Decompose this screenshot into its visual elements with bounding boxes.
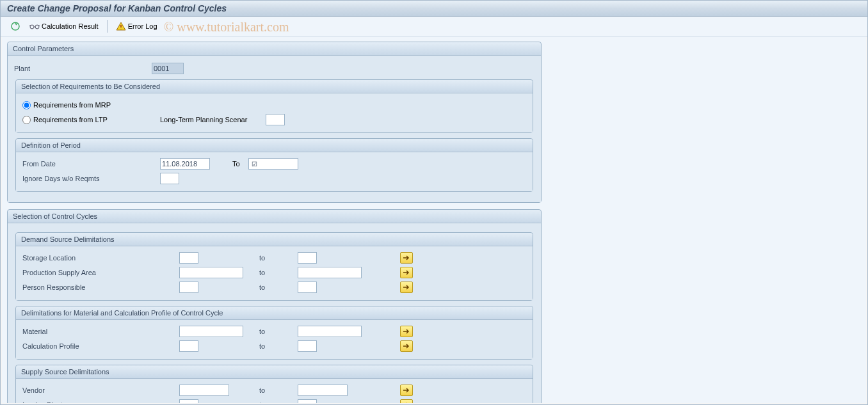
to-label: to xyxy=(259,401,298,403)
multiple-selection-button[interactable] xyxy=(400,340,413,352)
to-label: to xyxy=(259,283,298,291)
select-option-row: Issuing Plantto xyxy=(22,398,526,403)
ignore-days-label: Ignore Days w/o Reqmts xyxy=(22,175,160,182)
to-input[interactable] xyxy=(298,385,348,396)
multiple-selection-button[interactable] xyxy=(400,326,413,337)
arrow-right-icon xyxy=(403,387,410,393)
group-selection-requirements: Selection of Requirements to Be Consider… xyxy=(15,79,533,133)
select-option-row: Materialto xyxy=(22,324,526,338)
radio-ltp-label: Requirements from LTP xyxy=(33,116,108,123)
error-log-button[interactable]: Error Log xyxy=(113,20,161,32)
svg-point-2 xyxy=(35,25,39,29)
ltp-scenario-label: Long-Term Planning Scenar xyxy=(160,116,266,123)
radio-ltp[interactable]: Requirements from LTP xyxy=(22,116,160,124)
from-input[interactable] xyxy=(179,326,243,337)
plant-input[interactable] xyxy=(152,63,184,74)
to-input[interactable] xyxy=(298,282,317,293)
group-title: Supply Source Delimitations xyxy=(16,365,533,379)
from-input[interactable] xyxy=(179,282,198,293)
execute-icon xyxy=(10,21,20,31)
to-input[interactable] xyxy=(298,252,317,264)
plant-label: Plant xyxy=(14,65,152,72)
field-label: Issuing Plant xyxy=(22,401,179,403)
select-option-row: Person Responsibleto xyxy=(22,280,526,294)
group-title: Delimitations for Material and Calculati… xyxy=(16,306,533,320)
radio-mrp[interactable]: Requirements from MRP xyxy=(22,101,160,109)
to-label: to xyxy=(259,342,298,350)
toolbar: Calculation Result Error Log xyxy=(1,17,867,36)
to-input[interactable] xyxy=(298,399,317,403)
to-label: to xyxy=(259,254,298,262)
multiple-selection-button[interactable] xyxy=(400,282,413,293)
group-material-profile: Delimitations for Material and Calculati… xyxy=(15,306,533,360)
arrow-right-icon xyxy=(403,255,410,261)
field-label: Storage Location xyxy=(22,254,179,262)
warning-icon xyxy=(116,22,126,31)
execute-button[interactable] xyxy=(7,20,24,33)
to-input[interactable] xyxy=(298,340,317,352)
from-date-input[interactable] xyxy=(160,158,210,170)
arrow-right-icon xyxy=(403,284,410,290)
field-label: Person Responsible xyxy=(22,283,179,291)
field-label: Calculation Profile xyxy=(22,342,179,350)
group-title: Definition of Period xyxy=(16,139,533,152)
field-label: Material xyxy=(22,328,179,335)
to-date-checkbox[interactable]: ☑ xyxy=(252,161,257,168)
arrow-right-icon xyxy=(403,328,410,335)
error-log-label: Error Log xyxy=(128,22,157,30)
multiple-selection-button[interactable] xyxy=(400,399,413,403)
multiple-selection-button[interactable] xyxy=(400,385,413,396)
field-label: Vendor xyxy=(22,386,179,394)
from-input[interactable] xyxy=(179,385,229,396)
group-title: Selection of Requirements to Be Consider… xyxy=(16,80,533,93)
group-selection-control-cycles: Selection of Control Cycles Demand Sourc… xyxy=(7,209,542,403)
group-title: Control Parameters xyxy=(8,42,541,56)
arrow-right-icon xyxy=(403,343,410,349)
to-input[interactable] xyxy=(298,326,362,337)
multiple-selection-button[interactable] xyxy=(400,267,413,278)
radio-mrp-label: Requirements from MRP xyxy=(33,101,111,109)
field-label: Production Supply Area xyxy=(22,269,179,276)
svg-point-1 xyxy=(30,25,34,29)
from-date-label: From Date xyxy=(22,160,160,168)
content-scroll[interactable]: Control Parameters Plant Selection of Re… xyxy=(2,36,866,403)
to-date-label: To xyxy=(210,160,248,168)
arrow-right-icon xyxy=(403,402,410,403)
to-label: to xyxy=(259,386,298,394)
group-demand-source: Demand Source Delimitations Storage Loca… xyxy=(15,232,533,301)
to-date-container: ☑ xyxy=(248,158,298,170)
toolbar-separator xyxy=(107,20,108,33)
spectacles-icon xyxy=(29,22,40,30)
radio-mrp-input[interactable] xyxy=(22,101,31,109)
from-input[interactable] xyxy=(179,340,198,352)
from-input[interactable] xyxy=(179,252,198,264)
group-title: Demand Source Delimitations xyxy=(16,233,533,246)
to-input[interactable] xyxy=(298,267,362,278)
group-supply-source: Supply Source Delimitations VendortoIssu… xyxy=(15,365,533,403)
arrow-right-icon xyxy=(403,269,410,276)
window-title: Create Change Proposal for Kanban Contro… xyxy=(1,1,867,17)
group-title: Selection of Control Cycles xyxy=(8,210,541,223)
to-label: to xyxy=(259,328,298,335)
to-label: to xyxy=(259,269,298,276)
calculation-result-label: Calculation Result xyxy=(42,22,99,30)
ignore-days-input[interactable] xyxy=(160,173,179,184)
radio-ltp-input[interactable] xyxy=(22,116,31,124)
group-definition-period: Definition of Period From Date To ☑ Igno… xyxy=(15,138,533,192)
group-control-parameters: Control Parameters Plant Selection of Re… xyxy=(7,42,542,203)
select-option-row: Vendorto xyxy=(22,383,526,397)
ltp-scenario-input[interactable] xyxy=(266,114,285,125)
from-input[interactable] xyxy=(179,399,198,403)
select-option-row: Production Supply Areato xyxy=(22,266,526,280)
select-option-row: Storage Locationto xyxy=(22,251,526,265)
calculation-result-button[interactable]: Calculation Result xyxy=(26,21,102,31)
multiple-selection-button[interactable] xyxy=(400,252,413,264)
select-option-row: Calculation Profileto xyxy=(22,339,526,353)
from-input[interactable] xyxy=(179,267,243,278)
